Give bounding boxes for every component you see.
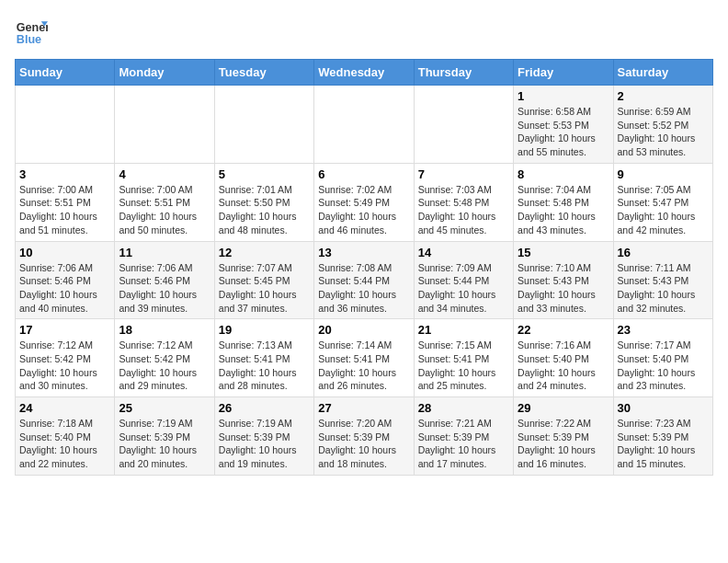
day-info: Sunrise: 7:11 AM Sunset: 5:43 PM Dayligh… [618,261,709,316]
day-cell: 30Sunrise: 7:23 AM Sunset: 5:39 PM Dayli… [613,397,712,476]
day-number: 13 [318,246,409,259]
day-cell: 21Sunrise: 7:15 AM Sunset: 5:41 PM Dayli… [414,319,513,397]
day-info: Sunrise: 6:59 AM Sunset: 5:52 PM Dayligh… [618,105,709,159]
day-cell: 11Sunrise: 7:06 AM Sunset: 5:46 PM Dayli… [115,241,214,319]
day-cell: 22Sunrise: 7:16 AM Sunset: 5:40 PM Dayli… [514,319,613,397]
header-tuesday: Tuesday [214,60,313,86]
header-wednesday: Wednesday [314,60,414,86]
week-row-1: 1Sunrise: 6:58 AM Sunset: 5:53 PM Daylig… [16,86,713,164]
day-info: Sunrise: 7:22 AM Sunset: 5:39 PM Dayligh… [518,417,609,471]
day-number: 12 [219,246,310,259]
day-number: 29 [518,401,609,415]
day-info: Sunrise: 7:06 AM Sunset: 5:46 PM Dayligh… [19,261,110,316]
day-info: Sunrise: 7:01 AM Sunset: 5:50 PM Dayligh… [219,183,310,237]
day-info: Sunrise: 7:08 AM Sunset: 5:44 PM Dayligh… [318,261,409,316]
day-cell: 14Sunrise: 7:09 AM Sunset: 5:44 PM Dayli… [414,241,513,319]
day-cell [414,86,513,164]
week-row-5: 24Sunrise: 7:18 AM Sunset: 5:40 PM Dayli… [16,397,713,476]
day-cell: 1Sunrise: 6:58 AM Sunset: 5:53 PM Daylig… [514,86,613,164]
day-number: 25 [119,401,210,415]
day-number: 26 [219,401,310,415]
day-info: Sunrise: 7:07 AM Sunset: 5:45 PM Dayligh… [219,261,310,316]
day-cell: 9Sunrise: 7:05 AM Sunset: 5:47 PM Daylig… [613,163,712,241]
day-number: 7 [418,167,509,181]
day-info: Sunrise: 7:16 AM Sunset: 5:40 PM Dayligh… [518,339,609,393]
day-info: Sunrise: 7:10 AM Sunset: 5:43 PM Dayligh… [518,261,609,316]
day-info: Sunrise: 7:18 AM Sunset: 5:40 PM Dayligh… [19,417,110,471]
header-thursday: Thursday [414,60,513,86]
day-cell: 16Sunrise: 7:11 AM Sunset: 5:43 PM Dayli… [613,241,712,319]
day-number: 4 [119,167,210,181]
day-info: Sunrise: 7:06 AM Sunset: 5:46 PM Dayligh… [119,261,210,316]
day-number: 9 [618,167,709,181]
day-info: Sunrise: 7:00 AM Sunset: 5:51 PM Dayligh… [19,183,110,237]
day-number: 3 [19,167,110,181]
day-cell: 28Sunrise: 7:21 AM Sunset: 5:39 PM Dayli… [414,397,513,476]
day-number: 23 [618,323,709,337]
day-info: Sunrise: 7:09 AM Sunset: 5:44 PM Dayligh… [418,261,509,316]
day-info: Sunrise: 7:12 AM Sunset: 5:42 PM Dayligh… [19,339,110,393]
day-cell: 8Sunrise: 7:04 AM Sunset: 5:48 PM Daylig… [514,163,613,241]
day-info: Sunrise: 7:03 AM Sunset: 5:48 PM Dayligh… [418,183,509,237]
week-row-4: 17Sunrise: 7:12 AM Sunset: 5:42 PM Dayli… [16,319,713,397]
day-info: Sunrise: 7:17 AM Sunset: 5:40 PM Dayligh… [618,339,709,393]
header: General Blue [15,15,713,48]
day-cell: 23Sunrise: 7:17 AM Sunset: 5:40 PM Dayli… [613,319,712,397]
calendar-table: SundayMondayTuesdayWednesdayThursdayFrid… [15,59,713,476]
day-cell: 17Sunrise: 7:12 AM Sunset: 5:42 PM Dayli… [16,319,115,397]
logo-icon: General Blue [15,15,48,48]
day-info: Sunrise: 7:19 AM Sunset: 5:39 PM Dayligh… [119,417,210,471]
day-number: 11 [119,246,210,259]
day-info: Sunrise: 7:15 AM Sunset: 5:41 PM Dayligh… [418,339,509,393]
day-number: 16 [618,246,709,259]
day-cell: 7Sunrise: 7:03 AM Sunset: 5:48 PM Daylig… [414,163,513,241]
day-cell [214,86,313,164]
day-cell: 27Sunrise: 7:20 AM Sunset: 5:39 PM Dayli… [314,397,414,476]
day-number: 30 [618,401,709,415]
day-number: 1 [518,89,609,103]
day-info: Sunrise: 7:19 AM Sunset: 5:39 PM Dayligh… [219,417,310,471]
day-number: 15 [518,246,609,259]
day-cell: 18Sunrise: 7:12 AM Sunset: 5:42 PM Dayli… [115,319,214,397]
day-number: 22 [518,323,609,337]
day-cell: 4Sunrise: 7:00 AM Sunset: 5:51 PM Daylig… [115,163,214,241]
day-info: Sunrise: 7:13 AM Sunset: 5:41 PM Dayligh… [219,339,310,393]
day-cell: 29Sunrise: 7:22 AM Sunset: 5:39 PM Dayli… [514,397,613,476]
header-saturday: Saturday [613,60,712,86]
day-number: 27 [318,401,409,415]
header-sunday: Sunday [16,60,115,86]
day-cell: 25Sunrise: 7:19 AM Sunset: 5:39 PM Dayli… [115,397,214,476]
day-number: 6 [318,167,409,181]
logo: General Blue [15,15,51,48]
day-info: Sunrise: 7:20 AM Sunset: 5:39 PM Dayligh… [318,417,409,471]
week-row-2: 3Sunrise: 7:00 AM Sunset: 5:51 PM Daylig… [16,163,713,241]
day-info: Sunrise: 7:04 AM Sunset: 5:48 PM Dayligh… [518,183,609,237]
day-number: 19 [219,323,310,337]
day-info: Sunrise: 7:23 AM Sunset: 5:39 PM Dayligh… [618,417,709,471]
day-cell [314,86,414,164]
day-cell: 19Sunrise: 7:13 AM Sunset: 5:41 PM Dayli… [214,319,313,397]
day-cell: 15Sunrise: 7:10 AM Sunset: 5:43 PM Dayli… [514,241,613,319]
day-cell: 20Sunrise: 7:14 AM Sunset: 5:41 PM Dayli… [314,319,414,397]
day-cell [16,86,115,164]
day-info: Sunrise: 7:12 AM Sunset: 5:42 PM Dayligh… [119,339,210,393]
header-monday: Monday [115,60,214,86]
day-number: 18 [119,323,210,337]
day-number: 2 [618,89,709,103]
day-number: 10 [19,246,110,259]
day-number: 5 [219,167,310,181]
day-cell: 26Sunrise: 7:19 AM Sunset: 5:39 PM Dayli… [214,397,313,476]
day-info: Sunrise: 7:00 AM Sunset: 5:51 PM Dayligh… [119,183,210,237]
day-info: Sunrise: 7:05 AM Sunset: 5:47 PM Dayligh… [618,183,709,237]
day-cell: 13Sunrise: 7:08 AM Sunset: 5:44 PM Dayli… [314,241,414,319]
day-number: 28 [418,401,509,415]
day-number: 17 [19,323,110,337]
header-friday: Friday [514,60,613,86]
svg-text:Blue: Blue [17,33,41,46]
day-cell [115,86,214,164]
day-info: Sunrise: 7:02 AM Sunset: 5:49 PM Dayligh… [318,183,409,237]
day-cell: 3Sunrise: 7:00 AM Sunset: 5:51 PM Daylig… [16,163,115,241]
day-cell: 10Sunrise: 7:06 AM Sunset: 5:46 PM Dayli… [16,241,115,319]
day-number: 21 [418,323,509,337]
day-number: 14 [418,246,509,259]
